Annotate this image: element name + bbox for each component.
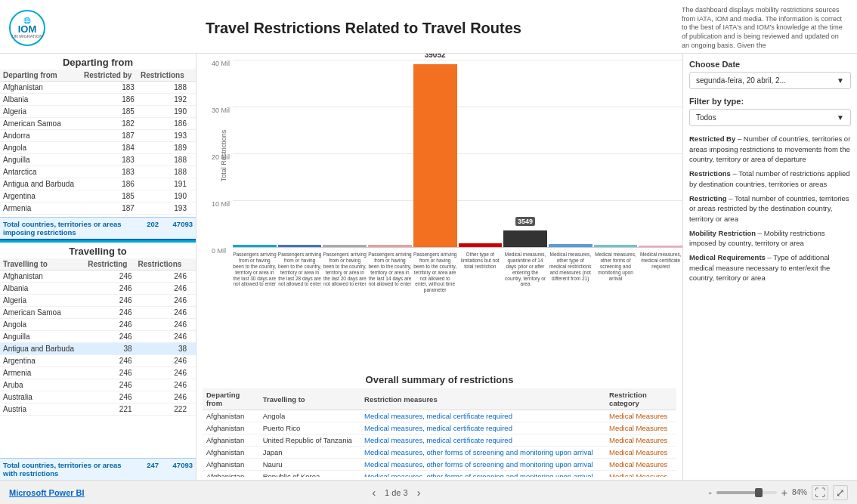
departing-table-row[interactable]: Anguilla 183 188 — [0, 154, 196, 166]
travelling-table-row[interactable]: Australia 246 246 — [0, 391, 196, 404]
date-section: Choose Date segunda-feira, 20 abril, 2..… — [689, 60, 851, 89]
zoom-minus-button[interactable]: - — [708, 487, 712, 499]
travelling-table-row[interactable]: American Samoa 246 246 — [0, 307, 196, 319]
travelling-total-restrictions: 47093 — [159, 461, 193, 478]
summary-table-row[interactable]: Afghanistan Republic of Korea Medical me… — [203, 471, 676, 477]
departing-table-container[interactable]: Departing from Restricted by Restriction… — [0, 70, 196, 217]
departing-table-row[interactable]: Algeria 185 190 — [0, 106, 196, 118]
departing-country: Antarctica — [0, 166, 81, 178]
departing-table-row[interactable]: American Samoa 182 186 — [0, 118, 196, 130]
prev-page-button[interactable]: ‹ — [369, 487, 379, 499]
x-label-4: Passengers arriving from or having been … — [368, 252, 412, 293]
travelling-country: Argentina — [0, 355, 85, 367]
bar-2 — [278, 245, 322, 247]
bar-group-9 — [594, 245, 638, 247]
travelling-table-row[interactable]: Armenia 246 246 — [0, 367, 196, 379]
bars-container: 39052 3549 — [233, 60, 682, 247]
fit-page-icon[interactable]: ⛶ — [812, 485, 828, 500]
bar-group-1 — [233, 245, 277, 247]
fullscreen-icon[interactable]: ⤢ — [833, 485, 848, 500]
bar-group-2 — [278, 245, 322, 247]
departing-restricted-val: 187 — [81, 130, 138, 142]
travelling-table-row[interactable]: Aruba 246 246 — [0, 379, 196, 391]
departing-country: Albania — [0, 94, 81, 106]
travelling-table-row[interactable]: Afghanistan 246 246 — [0, 271, 196, 283]
travelling-country: Australia — [0, 391, 85, 404]
travelling-table-container[interactable]: Travelling to Restricting Restrictions A… — [0, 258, 196, 458]
summary-table-row[interactable]: Afghanistan Puerto Rico Medical measures… — [203, 422, 676, 434]
departing-table-row[interactable]: Antarctica 183 188 — [0, 166, 196, 178]
travelling-restrictions-val: 222 — [135, 404, 190, 416]
travelling-table-row[interactable]: Argentina 246 246 — [0, 355, 196, 367]
departing-title: Departing from — [0, 54, 196, 70]
departing-country: Angola — [0, 142, 81, 154]
zoom-plus-button[interactable]: + — [781, 487, 787, 499]
summary-category: Medical Measures — [605, 434, 676, 447]
departing-table-row[interactable]: Andorra 187 193 — [0, 130, 196, 142]
departing-table-row[interactable]: Antigua and Barbuda 186 191 — [0, 178, 196, 190]
departing-restricted-val: 185 — [81, 106, 138, 118]
departing-total-label: Total countries, territories or areas im… — [3, 220, 130, 237]
travelling-col-restricting: Restricting — [85, 258, 135, 271]
y-label-10: 10 Mil — [212, 200, 230, 208]
travelling-country: Armenia — [0, 367, 85, 379]
departing-col-restricted: Restricted by — [81, 70, 138, 82]
summary-category: Medical Measures — [605, 459, 676, 471]
travelling-restrictions-val: 246 — [135, 379, 190, 391]
summary-table-wrapper[interactable]: Departing from Travelling to Restriction… — [203, 388, 676, 477]
departing-table-row[interactable]: Angola 184 189 — [0, 142, 196, 154]
departing-table-row[interactable]: Argentina 185 190 — [0, 190, 196, 203]
x-label-1: Passengers arriving from or having been … — [233, 252, 277, 293]
travelling-table-row[interactable]: Anguilla 246 246 — [0, 331, 196, 343]
summary-from: Afghanistan — [203, 422, 259, 434]
departing-table-row[interactable]: Albania 186 192 — [0, 94, 196, 106]
summary-table-row[interactable]: Afghanistan Angola Medical measures, med… — [203, 410, 676, 422]
summary-table-row[interactable]: Afghanistan United Republic of Tanzania … — [203, 434, 676, 447]
zoom-slider-track[interactable] — [716, 491, 777, 494]
travelling-country: Antigua and Barbuda — [0, 343, 85, 355]
x-label-3: Passengers arriving from or having been … — [323, 252, 367, 293]
travelling-restricting-val: 38 — [85, 343, 135, 355]
summary-to: United Republic of Tanzania — [259, 434, 360, 447]
summary-to: Japan — [259, 447, 360, 459]
x-label-6: Other type of limitations but not total … — [459, 252, 503, 293]
travelling-table-row[interactable]: Austria 221 222 — [0, 404, 196, 416]
departing-country: American Samoa — [0, 118, 81, 130]
page-info: 1 de 3 — [385, 488, 408, 497]
summary-table-row[interactable]: Afghanistan Japan Medical measures, othe… — [203, 447, 676, 459]
travelling-table-row[interactable]: Angola 246 246 — [0, 319, 196, 331]
legend-restricted-by: Restricted By – Number of countries, ter… — [689, 134, 851, 164]
travelling-restricting-val: 246 — [85, 307, 135, 319]
travelling-table-row[interactable]: Albania 246 246 — [0, 283, 196, 295]
x-label-5: Passengers arriving from or having been … — [413, 252, 457, 293]
departing-country: Algeria — [0, 106, 81, 118]
departing-restrictions-val: 188 — [138, 154, 190, 166]
powerbi-link[interactable]: Microsoft Power BI — [9, 488, 85, 497]
x-labels-container: Passengers arriving from or having been … — [233, 252, 682, 293]
bar-5-label: 39052 — [425, 54, 446, 59]
departing-restrictions-val: 193 — [138, 130, 190, 142]
travelling-section: Travelling to Travelling to Restricting … — [0, 239, 196, 480]
departing-restricted-val: 186 — [81, 94, 138, 106]
next-page-button[interactable]: › — [414, 487, 424, 499]
summary-from: Afghanistan — [203, 447, 259, 459]
summary-col-from: Departing from — [203, 388, 259, 410]
departing-total-row: Total countries, territories or areas im… — [0, 217, 196, 239]
summary-table-row[interactable]: Afghanistan Nauru Medical measures, othe… — [203, 459, 676, 471]
filter-dropdown[interactable]: Todos ▼ — [689, 109, 851, 126]
travelling-restricting-val: 246 — [85, 295, 135, 307]
departing-table-row[interactable]: Afghanistan 183 188 — [0, 82, 196, 94]
summary-from: Afghanistan — [203, 434, 259, 447]
bar-7-label: 3549 — [515, 217, 535, 226]
travelling-table-row[interactable]: Algeria 246 246 — [0, 295, 196, 307]
travelling-restricting-val: 246 — [85, 355, 135, 367]
summary-col-measure: Restriction measures — [360, 388, 605, 410]
zoom-slider-handle[interactable] — [755, 488, 763, 497]
departing-restricted-val: 187 — [81, 203, 138, 215]
travelling-restricting-val: 246 — [85, 367, 135, 379]
travelling-table-row[interactable]: Antigua and Barbuda 38 38 — [0, 343, 196, 355]
date-dropdown[interactable]: segunda-feira, 20 abril, 2... ▼ — [689, 72, 851, 89]
departing-table-row[interactable]: Armenia 187 193 — [0, 203, 196, 215]
travelling-table: Travelling to Restricting Restrictions A… — [0, 258, 196, 416]
chevron-down-icon: ▼ — [837, 76, 844, 85]
